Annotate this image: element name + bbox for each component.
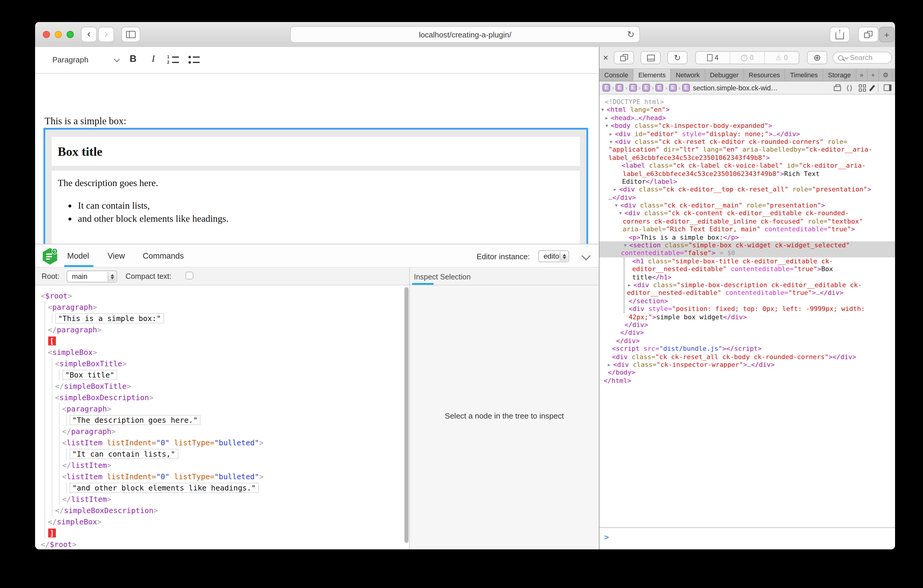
print-styles-icon[interactable]	[834, 86, 841, 91]
tab-selection[interactable]: Selection	[440, 273, 471, 281]
dom-tree-row[interactable]: "application" dir="ltr" lang="en" aria-l…	[599, 146, 895, 154]
dom-tree-row[interactable]: ▼<html lang="en">	[599, 106, 895, 114]
editor-content[interactable]: This is a simple box: Box title The desc…	[35, 74, 599, 244]
reload-icon[interactable]: ↻	[627, 29, 635, 40]
dock-devtools-button[interactable]	[641, 51, 661, 64]
back-button[interactable]: ‹	[81, 27, 97, 42]
model-tree-line[interactable]: </paragraph>	[35, 426, 409, 437]
model-tree-line[interactable]: <simpleBoxDescription>	[35, 392, 409, 403]
dom-tree-row-selected[interactable]: contenteditable="false"> = $0	[599, 250, 895, 258]
dom-tree-row[interactable]: <div class="ck ck-reset_all ck-body ck-r…	[599, 353, 895, 361]
tab-commands[interactable]: Commands	[143, 251, 184, 260]
dom-tree-row[interactable]: corners ck-editor__editable_inline ck-fo…	[599, 218, 895, 226]
breadcrumb[interactable]: E›E›E›E›E›E›E	[603, 84, 690, 92]
dom-tree-row[interactable]: </section>	[599, 297, 895, 305]
dom-tree-row[interactable]: title</h1>	[599, 273, 895, 281]
zoom-window-button[interactable]	[67, 31, 74, 38]
warning-count-badge[interactable]: ⚠ 0	[764, 52, 799, 64]
dom-tree-row[interactable]: </div>	[599, 321, 895, 329]
detach-devtools-button[interactable]	[614, 51, 634, 64]
model-tree-line[interactable]: </$root>	[35, 539, 409, 549]
model-tree-line[interactable]: ]	[35, 527, 409, 539]
model-tree-line[interactable]: </listItem>	[35, 460, 409, 471]
model-tree-line[interactable]: </paragraph>	[35, 324, 409, 335]
model-tree-line[interactable]: <listItem listIndent="0" listType="bulle…	[35, 471, 409, 482]
dom-tree-row[interactable]: editor__nested-editable" contenteditable…	[599, 289, 895, 297]
dom-tree-row[interactable]: <div style="position: fixed; top: 0px; l…	[599, 305, 895, 313]
minimize-window-button[interactable]	[55, 31, 62, 38]
dom-tree-row[interactable]: <script src="dist/bundle.js"></script>	[599, 345, 895, 353]
dom-tree-row[interactable]: ▶<div class="simple-box-description ck-e…	[599, 281, 895, 289]
tab-network[interactable]: Network	[671, 69, 705, 81]
issues-summary[interactable]: 4 ! 0 ⚠ 0	[695, 51, 799, 64]
root-select[interactable]: main	[67, 271, 117, 283]
dom-tree-row[interactable]: Editor</label>	[599, 178, 895, 186]
dom-tree-row[interactable]: <h1 class="simple-box-title ck-editor__e…	[599, 258, 895, 266]
share-button[interactable]: ↑	[829, 27, 850, 42]
italic-button[interactable]: I	[152, 54, 155, 64]
dom-tree-row[interactable]: aria-label="Rich Text Editor, main" cont…	[599, 226, 895, 234]
chevron-down-icon[interactable]	[114, 56, 120, 62]
tab-debugger[interactable]: Debugger	[705, 69, 744, 81]
model-tree-line[interactable]: <simpleBox>	[35, 347, 409, 358]
dom-tree-row[interactable]: ▶<div id="editor" style="display: none;"…	[599, 130, 895, 138]
tab-elements[interactable]: Elements	[634, 69, 671, 81]
description-text[interactable]: The description goes here.	[57, 178, 158, 189]
dom-tree-row[interactable]: ▼<div class="ck ck-editor__main" role="p…	[599, 202, 895, 210]
dom-tree[interactable]: <!DOCTYPE html>▼<html lang="en">▶<head>……	[599, 95, 895, 527]
address-bar[interactable]: localhost/creating-a-plugin/ ↻	[290, 26, 640, 43]
element-badge[interactable]: E	[682, 84, 690, 92]
quick-console[interactable]: >	[599, 527, 895, 549]
dom-tree-row[interactable]: ▶<head>…</head>	[599, 114, 895, 122]
element-badge[interactable]: E	[629, 84, 637, 92]
model-tree-line[interactable]: </simpleBox>	[35, 516, 409, 527]
tab-inspect[interactable]: Inspect	[414, 273, 438, 281]
titlebar[interactable]: ‹ › localhost/creating-a-plugin/ ↻ ↑ +	[35, 22, 895, 48]
reload-page-button[interactable]: ↻	[667, 51, 688, 64]
dom-tree-row[interactable]: <!DOCTYPE html>	[599, 98, 895, 106]
model-tree-line[interactable]: </listItem>	[35, 493, 409, 505]
dom-tree-row[interactable]: <p>This is a simple box:</p>	[599, 233, 895, 241]
dom-tree-row-selected[interactable]: ▼<section class="simple-box ck-widget ck…	[599, 241, 895, 250]
close-devtools-button[interactable]: ×	[603, 52, 608, 62]
model-tree-line[interactable]: "and other block elements like headings.…	[35, 482, 409, 493]
list-item[interactable]: It can contain lists,	[78, 200, 229, 210]
tab-timelines[interactable]: Timelines	[785, 69, 823, 81]
error-count-badge[interactable]: ! 0	[730, 52, 764, 64]
dom-tree-row[interactable]: label_e63cbbfece34c53ce23501062343f49b8"…	[599, 170, 895, 178]
element-badge[interactable]: E	[669, 84, 677, 92]
element-picker-button[interactable]: ⊕	[807, 51, 827, 64]
panel-divider[interactable]	[409, 268, 410, 549]
tab-resources[interactable]: Resources	[744, 69, 785, 81]
numbered-list-button[interactable]: 1 2	[167, 55, 179, 65]
gear-icon[interactable]: ⚙	[879, 69, 893, 81]
model-tree-line[interactable]: <listItem listIndent="0" listType="bulle…	[35, 437, 409, 448]
model-tree-line[interactable]: "Box title"	[35, 369, 409, 381]
model-tree[interactable]: <$root><paragraph>"This is a simple box:…	[35, 286, 409, 549]
box-title[interactable]: Box title	[52, 137, 580, 166]
dom-tree-row[interactable]: ▼<div class="ck ck-reset ck-editor ck-ro…	[599, 138, 895, 146]
model-tree-line[interactable]: </simpleBoxDescription>	[35, 505, 409, 516]
selected-node-label[interactable]: section.simple-box.ck-wid…	[693, 84, 778, 91]
forward-button[interactable]: ›	[98, 27, 114, 42]
dom-tree-row[interactable]: ▼<body class="ck-inspector-body-expanded…	[599, 122, 895, 130]
dom-tree-row[interactable]: ▶<div class="ck ck-editor__top ck-reset_…	[599, 186, 895, 194]
element-badge[interactable]: E	[603, 84, 610, 92]
model-tree-line[interactable]: "This is a simple box:"	[35, 313, 409, 324]
new-tab-button[interactable]: +	[879, 27, 895, 42]
element-badge[interactable]: E	[616, 84, 624, 92]
element-badge[interactable]: E	[642, 84, 650, 92]
dom-tree-row[interactable]: editor__nested-editable" contenteditable…	[599, 265, 895, 273]
model-tree-line[interactable]: <$root>	[35, 290, 409, 301]
dom-tree-row[interactable]: label_e63cbbfece34c53ce23501062343f49b8"…	[599, 154, 895, 162]
devtools-search-field[interactable]: Search	[833, 52, 892, 64]
model-tree-line[interactable]: "It can contain lists,"	[35, 448, 409, 460]
simple-box-widget[interactable]: Box title The description goes here. It …	[43, 128, 588, 258]
page-count-badge[interactable]: 4	[696, 52, 730, 64]
tab-storage[interactable]: Storage	[823, 69, 856, 81]
model-tree-line[interactable]: "The description goes here."	[35, 414, 409, 426]
tab-view[interactable]: View	[108, 251, 125, 260]
collapse-inspector-icon[interactable]	[581, 251, 591, 260]
list-item[interactable]: and other block elements like headings.	[78, 214, 229, 223]
bulleted-list-button[interactable]	[189, 55, 200, 65]
